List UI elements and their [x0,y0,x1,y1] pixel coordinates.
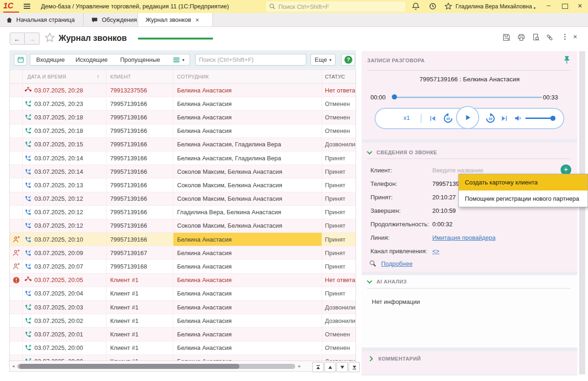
tab-home[interactable]: Начальная страница [0,13,84,26]
go-first-row-button[interactable] [312,362,324,372]
detail-link[interactable]: <> [432,248,439,255]
table-row[interactable]: 03.07.2025, 20:04Клиент #1Белкина Анаста… [10,287,356,301]
collapse-chevron-icon[interactable] [366,150,373,155]
outgoing-call-icon [25,331,32,338]
scroll-right-icon[interactable]: ▸ [298,363,301,368]
play-button[interactable] [456,106,479,129]
tab-call-log[interactable]: Журнал звонков × [138,13,213,26]
details-more-link[interactable]: Подробнее [381,260,412,267]
row-flag-cell [10,165,23,178]
volume-slider-handle[interactable] [550,116,555,121]
table-row[interactable]: 03.07.2025, 20:01Клиент #1Белкина Анаста… [10,328,356,341]
row-datetime-cell: 03.07.2025, 20:14 [23,165,106,178]
filter-incoming-button[interactable]: Входящие [30,54,71,66]
filter-menu-button[interactable]: ▾ [168,54,190,66]
favorites-star-icon[interactable] [444,2,454,11]
detail-label: Завершен: [367,207,401,214]
rewind-10-icon[interactable]: 10 [442,112,454,125]
previous-track-icon[interactable] [429,114,437,123]
row-client-cell: 79957139166 [106,138,173,151]
volume-slider-track[interactable] [525,118,553,119]
table-row[interactable]: 03.07.2025, 20:1279957139166Гладилина Ве… [10,206,356,219]
menu-item[interactable]: Создать карточку клиента [459,174,588,190]
column-flags[interactable] [10,70,23,83]
row-datetime: 03.07.2025, 20:18 [34,127,83,134]
maximize-button[interactable] [562,4,568,9]
service-menu-icon[interactable]: ▾ [531,3,540,11]
column-client[interactable]: КЛИЕНТ [106,70,173,83]
print-preview-icon[interactable] [532,33,541,42]
table-row[interactable]: 03.07.2025, 20:2879913237556Белкина Анас… [10,84,356,97]
go-last-row-button[interactable] [349,362,360,372]
tab-discussions[interactable]: Обсуждения [84,13,138,26]
column-datetime[interactable]: ДАТА И ВРЕМЯ ↑ [23,70,106,83]
table-row[interactable]: 03.07.2025, 20:00Клиент #1Белкина Анаста… [10,355,356,361]
forward-10-icon[interactable]: 10 [484,112,496,125]
row-employee-cell: Соколов Максим, Белкина Анастасия [173,192,322,205]
pin-icon[interactable] [562,55,571,65]
more-button[interactable]: Еще ▾ [311,54,336,66]
table-row[interactable]: 03.07.2025, 20:1879957139166Белкина Анас… [10,125,356,138]
collapse-chevron-icon[interactable] [366,279,373,284]
detail-label: Продолжительность: [367,221,429,228]
table-row[interactable]: 03.07.2025, 20:05Клиент #1Белкина Анаста… [10,274,356,287]
table-row[interactable]: 03.07.2025, 20:1279957139166Соколов Макс… [10,219,356,233]
horizontal-scrollbar-thumb[interactable] [19,364,239,369]
table-row[interactable]: 03.07.2025, 20:1579957139166Белкина Анас… [10,138,356,151]
table-row[interactable]: 03.07.2025, 20:0979957139167Белкина Анас… [10,246,356,260]
table-row[interactable]: 03.07.2025, 20:1479957139166Белкина Анас… [10,151,356,165]
table-row[interactable]: 03.07.2025, 20:02Клиент #1Белкина Анаста… [10,314,356,328]
window-close-button[interactable]: × [578,2,582,10]
print-icon[interactable] [517,33,526,42]
table-row[interactable]: 03.07.2025, 20:0779957139168Белкина Анас… [10,260,356,273]
history-icon[interactable] [429,2,438,11]
global-search-input[interactable]: Поиск Ctrl+Shift+F [266,1,405,12]
progress-track[interactable] [393,97,542,98]
help-button[interactable]: ? [341,54,355,66]
filter-missed-button[interactable]: Пропущенные [112,54,168,66]
favorite-star-icon[interactable] [45,33,55,43]
expand-chevron-icon[interactable] [369,355,374,362]
svg-text:10: 10 [446,117,450,121]
scroll-left-icon[interactable]: ◂ [12,363,14,368]
table-row[interactable]: 03.07.2025, 20:1079957139166Белкина Анас… [10,233,356,246]
main-menu-icon[interactable] [23,3,31,9]
current-user-name[interactable]: Гладилина Вера Михайловна [456,3,532,10]
progress-handle[interactable] [392,94,397,99]
list-search-input[interactable]: Поиск (Ctrl+Shift+F) [195,54,306,66]
volume-icon[interactable] [514,114,522,123]
notifications-bell-icon[interactable] [412,2,421,11]
more-actions-kebab-icon[interactable]: ⋮ [562,33,568,41]
go-next-row-button[interactable] [337,362,348,372]
minimize-button[interactable]: – [547,1,550,9]
column-employee[interactable]: СОТРУДНИК [173,70,322,83]
next-track-icon[interactable] [500,114,509,123]
column-status[interactable]: СТАТУС [322,70,356,83]
row-employee-cell[interactable]: Белкина Анастасия [173,233,322,246]
table-row[interactable]: 03.07.2025, 20:03Клиент #1Белкина Анаста… [10,301,356,314]
create-client-menu: Создать карточку клиентаПомощник регистр… [458,174,588,207]
table-row[interactable]: 03.07.2025, 20:1379957139166Соколов Макс… [10,178,356,192]
table-row[interactable]: 03.07.2025, 20:2379957139166Белкина Анас… [10,97,356,111]
client-name-input[interactable]: Введите название [432,167,483,174]
form-close-icon[interactable]: × [573,33,577,40]
table-row[interactable]: 03.07.2025, 20:1279957139166Соколов Макс… [10,192,356,206]
row-datetime: 03.07.2025, 20:00 [34,344,83,351]
table-row[interactable]: 03.07.2025, 20:1879957139166Белкина Анас… [10,111,356,124]
row-datetime-cell: 03.07.2025, 20:00 [23,342,106,355]
forward-button[interactable]: → [25,33,40,45]
1c-logo[interactable]: 1С [3,1,19,13]
playback-speed-button[interactable]: x1 [403,114,410,121]
back-button[interactable]: ← [10,33,25,45]
go-prev-row-button[interactable] [324,362,336,372]
table-row[interactable]: 03.07.2025, 20:1479957139166Соколов Макс… [10,165,356,178]
tab-close-icon[interactable]: × [195,16,199,24]
set-period-button[interactable] [14,54,27,66]
panel-scrollbar-gutter[interactable] [579,51,585,374]
link-icon[interactable] [545,33,555,42]
save-icon[interactable] [502,33,511,42]
detail-link[interactable]: Имитация провайдера [432,234,496,241]
table-row[interactable]: 03.07.2025, 20:00Клиент #1Белкина Анаста… [10,342,356,355]
menu-item[interactable]: Помощник регистрации нового партнера [459,190,588,207]
filter-outgoing-button[interactable]: Исходящие [71,54,113,66]
